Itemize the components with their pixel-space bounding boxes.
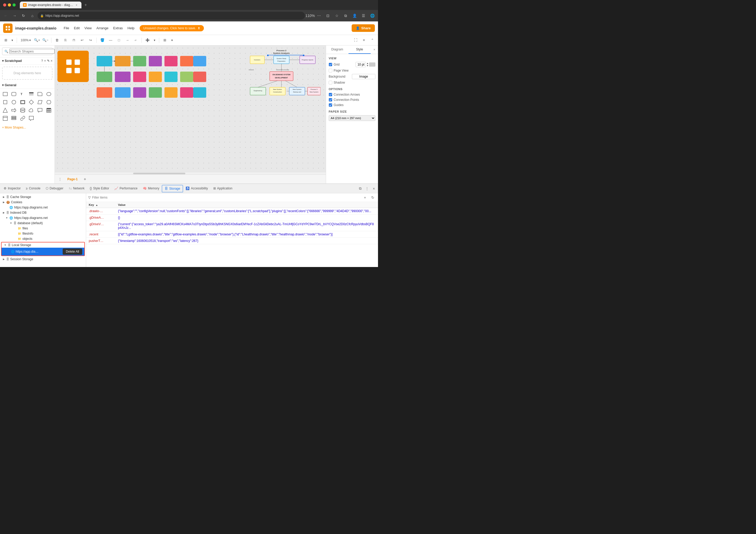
zoom-out-button[interactable]: 🔍− (42, 37, 49, 44)
menu-edit[interactable]: Edit (72, 25, 82, 31)
fill-button[interactable]: 🪣 (99, 37, 106, 44)
undo-button[interactable]: ↩ (79, 37, 86, 44)
paste-button[interactable]: ⊓ (70, 37, 77, 44)
profile-button[interactable]: 👤 (351, 12, 358, 19)
devtools-more-button[interactable]: ⋮ (364, 185, 370, 192)
shape-callout[interactable] (28, 115, 35, 122)
tree-item-idb-filesinfo[interactable]: 📁 filesInfo (0, 231, 86, 236)
forward-button[interactable]: → (11, 12, 18, 19)
address-bar[interactable]: 🔒 https://app.diagrams.net (38, 12, 305, 19)
menu-view[interactable]: View (82, 25, 94, 31)
table-row[interactable]: pusherT… {"timestamp":16060610518,"trans… (86, 238, 378, 244)
devtools-tab-performance[interactable]: 📈 Performance (112, 185, 140, 192)
devtools-tab-network[interactable]: ↑↓ Network (66, 185, 87, 192)
tree-item-local-storage[interactable]: ▼ 🗄 Local Storage (2, 242, 84, 248)
search-shapes-box[interactable]: 🔍 (2, 47, 52, 55)
tab-diagram[interactable]: Diagram (326, 45, 348, 54)
shape-triangle[interactable] (2, 107, 9, 114)
shape-right-arrow[interactable] (10, 107, 17, 114)
shape-rounded-rectangle[interactable] (10, 90, 17, 98)
sidebar-dropdown[interactable]: ▾ (10, 38, 14, 43)
devtools-close-button[interactable]: × (371, 185, 377, 192)
shape-list[interactable] (10, 115, 17, 122)
menu-help[interactable]: Help (125, 25, 137, 31)
shape-cloud[interactable] (28, 107, 35, 114)
shape-note[interactable] (36, 90, 43, 98)
devtools-tab-application[interactable]: ⊞ Application (211, 185, 235, 192)
back-button[interactable]: ← (2, 12, 10, 19)
tree-item-cookies[interactable]: ▶ 🍪 Cookies (0, 200, 86, 205)
extensions-button[interactable]: ⧉ (342, 12, 349, 19)
line-button[interactable]: — (107, 37, 114, 44)
canvas-horizontal-scrollbar[interactable] (55, 172, 326, 175)
active-tab[interactable]: image-examples.drawio - diag… × (20, 2, 81, 8)
insert-button[interactable]: ➕ (144, 37, 151, 44)
shape-heading[interactable] (28, 90, 35, 98)
more-shapes-button[interactable]: + More Shapes... (0, 124, 55, 131)
devtools-tab-style-editor[interactable]: {} Style Editor (87, 185, 112, 192)
scratchpad-add-button[interactable]: + (44, 59, 46, 63)
tab-close-button[interactable]: × (75, 3, 78, 7)
menu-extras[interactable]: Extras (111, 25, 125, 31)
shape-speech-bubble[interactable] (36, 107, 43, 114)
drawio-logo-shape[interactable] (57, 51, 89, 82)
grid-up-button[interactable]: ▲ (366, 63, 368, 65)
paper-size-select[interactable]: A4 (210 mm × 297 mm) (329, 115, 375, 121)
tree-item-idb-objects[interactable]: 📁 objects (0, 236, 86, 241)
shape-table[interactable] (45, 107, 52, 114)
fullscreen-button[interactable]: ⛶ (352, 37, 359, 44)
shadow-checkbox[interactable] (329, 81, 332, 84)
grid-value-input[interactable] (356, 62, 366, 67)
scratchpad-help-button[interactable]: ? (41, 59, 43, 63)
shape-square[interactable] (2, 98, 9, 106)
zoom-in-button[interactable]: 🔍+ (33, 37, 41, 44)
reload-button[interactable]: ↻ (20, 12, 27, 19)
devtools-tab-console[interactable]: ≥ Console (23, 185, 43, 192)
table-row[interactable]: .gDriveA… {} (86, 214, 378, 221)
browser-more-button[interactable]: ⋯ (315, 12, 323, 19)
scratchpad-drop-zone[interactable]: Drag elements here (2, 67, 52, 80)
devtools-detach-button[interactable]: ⧉ (357, 185, 364, 192)
connection-points-checkbox[interactable] (329, 98, 332, 101)
connector-button[interactable]: → (124, 37, 131, 44)
home-button[interactable]: ⌂ (29, 12, 36, 19)
menu-arrange[interactable]: Arrange (94, 25, 110, 31)
devtools-tab-debugger[interactable]: ⬡ Debugger (43, 185, 66, 192)
delete-all-button[interactable]: Delete All (63, 248, 82, 255)
scratchpad-close-button[interactable]: × (51, 59, 52, 63)
filter-add-button[interactable]: + (362, 194, 368, 201)
shape-container[interactable] (2, 115, 9, 122)
guides-checkbox[interactable] (329, 103, 332, 107)
grid-color-swatch[interactable] (369, 63, 375, 67)
close-window-button[interactable] (3, 3, 6, 7)
page-tab-1[interactable]: Page-1 (64, 176, 81, 182)
canvas-area[interactable]: Process 2 System Analysis Investors Syst… (55, 45, 326, 183)
bookmark-button[interactable]: ☆ (333, 12, 340, 19)
format-button[interactable]: ≡ (360, 37, 367, 44)
table-dropdown[interactable]: ▾ (170, 38, 175, 43)
zoom-dropdown[interactable]: 100% ▾ (19, 38, 32, 43)
shape-link[interactable] (19, 115, 26, 122)
browser-menu-button[interactable]: ☰ (360, 12, 367, 19)
shape-button[interactable]: □ (115, 37, 123, 44)
key-column-header[interactable]: Key ▲ (86, 202, 115, 208)
shape-ellipse[interactable] (45, 90, 52, 98)
table-button[interactable]: ⊞ (161, 37, 169, 44)
scrollbar-thumb[interactable] (133, 173, 185, 174)
share-button[interactable]: 👤 Share (352, 24, 375, 32)
tree-item-idb-database[interactable]: ▼ 🗄 database (default) (0, 220, 86, 226)
waypoint-button[interactable]: ⌐ (132, 37, 139, 44)
center-diagram[interactable] (94, 53, 209, 116)
table-row[interactable]: .recent [{"id":"Lgitflow-examples.drawio… (86, 231, 378, 238)
process-diagram[interactable]: Process 2 System Analysis Investors Syst… (248, 48, 321, 116)
filter-refresh-button[interactable]: ↻ (370, 194, 376, 201)
shape-hexagon[interactable] (45, 98, 52, 106)
tree-item-local-storage-diagrams[interactable]: 🌐 https://app.dia… Delete All (2, 248, 84, 256)
shape-circle[interactable] (10, 98, 17, 106)
devtools-tab-memory[interactable]: 🧠 Memory (140, 185, 162, 192)
tab-style[interactable]: Style (348, 45, 371, 54)
grid-checkbox[interactable] (329, 63, 332, 66)
fullscreen-window-button[interactable] (13, 3, 16, 7)
devtools-tab-inspector[interactable]: ⚙ Inspector (1, 185, 23, 192)
scratchpad-edit-button[interactable]: ✎ (47, 59, 50, 63)
